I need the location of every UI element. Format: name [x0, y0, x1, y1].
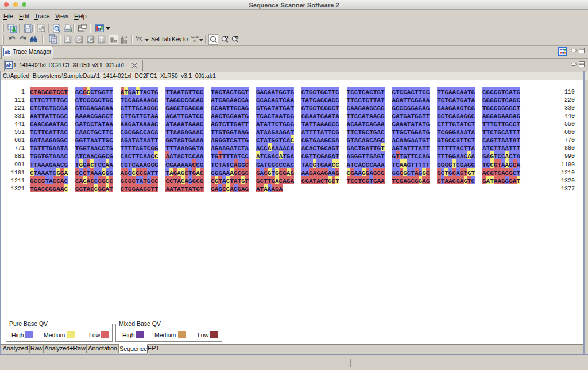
svg-text:G: G: [88, 36, 93, 43]
svg-text:2: 2: [125, 35, 127, 38]
svg-text:C: C: [77, 36, 82, 43]
svg-text:A: A: [65, 36, 70, 43]
svg-text:T: T: [100, 36, 104, 43]
svg-text:GL: GL: [193, 40, 197, 43]
svg-text:ab: ab: [6, 63, 12, 68]
svg-text:5: 5: [122, 35, 124, 38]
svg-text:ab: ab: [5, 49, 11, 55]
